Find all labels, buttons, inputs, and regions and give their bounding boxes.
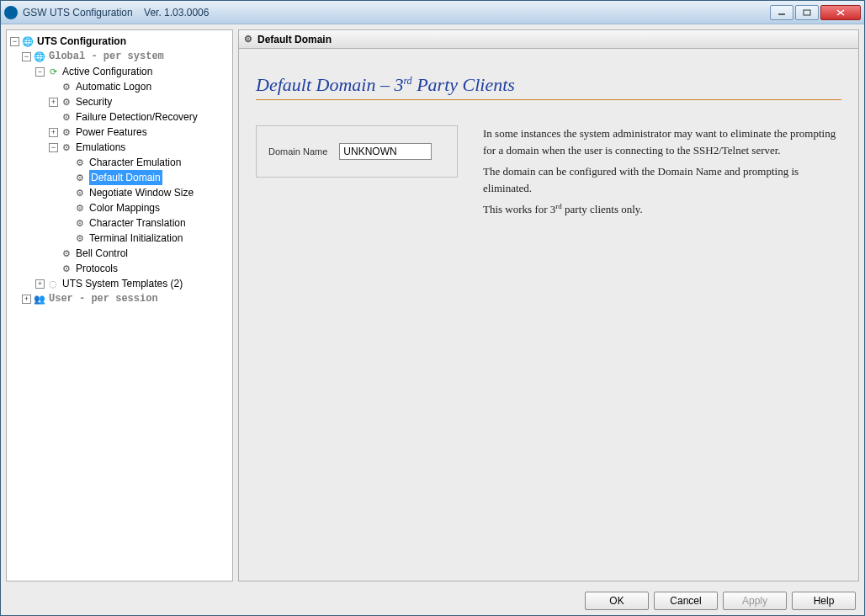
collapse-icon[interactable]: − [49,143,58,152]
tree-failure-detection[interactable]: ⚙ Failure Detection/Recovery [8,109,231,125]
expand-icon[interactable]: + [35,279,45,289]
gear-icon: ⚙ [244,34,252,45]
tree-character-emulation[interactable]: ⚙ Character Emulation [8,155,231,170]
svg-rect-1 [804,10,810,15]
domain-fieldgroup: Domain Name [256,125,458,178]
tree-power-features[interactable]: + ⚙ Power Features [8,125,231,140]
minimize-button[interactable] [770,5,793,20]
ok-button[interactable]: OK [585,592,649,610]
domain-name-input[interactable] [339,143,432,160]
globe-icon: 🌐 [34,50,45,62]
gear-icon: ⚙ [61,263,72,274]
gear-icon: ⚙ [74,187,86,199]
tree-color-mappings[interactable]: ⚙ Color Mappings [8,200,231,215]
tree-label: Failure Detection/Recovery [76,109,198,125]
panel-header-title: Default Domain [257,34,332,45]
tree-label: Emulations [76,140,125,155]
domain-name-label: Domain Name [268,146,327,157]
gear-icon: ⚙ [74,202,86,214]
tree-security[interactable]: + ⚙ Security [8,94,231,109]
templates-icon: ◌ [47,278,59,289]
refresh-icon: ⟳ [47,66,59,77]
tree-panel[interactable]: − 🌐 UTS Configuration − 🌐 Global - per s… [6,29,233,581]
tree-root[interactable]: − 🌐 UTS Configuration [8,34,231,49]
app-window: GSW UTS Configuration Ver. 1.03.0006 − 🌐 [0,0,865,616]
tree-label: Security [76,94,112,109]
content-area: − 🌐 UTS Configuration − 🌐 Global - per s… [1,24,864,587]
collapse-icon[interactable]: − [35,67,45,77]
tree-label: Automatic Logon [76,79,151,94]
tree-label: Terminal Initialization [89,231,183,246]
tree-label: Active Configuration [62,64,152,79]
tree-label: Protocols [76,261,118,276]
tree-automatic-logon[interactable]: ⚙ Automatic Logon [8,79,231,94]
tree-label: Power Features [76,125,147,140]
gear-icon: ⚙ [74,157,86,168]
desc-paragraph: The domain can be configured with the Do… [483,163,841,196]
tree-label: UTS System Templates (2) [62,276,183,291]
gear-icon: ⚙ [61,111,72,123]
collapse-icon[interactable]: − [22,52,31,61]
tree-label-selected: Default Domain [89,170,162,185]
main-panel: ⚙ Default Domain Default Domain – 3rd Pa… [238,29,859,581]
tree-label: Color Mappings [89,200,160,215]
tree-label: Character Translation [89,215,186,231]
gear-icon: ⚙ [61,96,72,108]
tree-label: UTS Configuration [37,34,126,49]
tree-bell-control[interactable]: ⚙ Bell Control [8,246,231,261]
users-icon: 👥 [34,293,45,305]
expand-icon[interactable]: + [49,98,58,107]
gear-icon: ⚙ [74,172,86,183]
tree-active-config[interactable]: − ⟳ Active Configuration [8,64,231,79]
gear-icon: ⚙ [61,247,72,259]
page-title: Default Domain – 3rd Party Clients [256,74,841,100]
app-title: GSW UTS Configuration Ver. 1.03.0006 [23,7,209,19]
expand-icon[interactable]: + [22,295,31,304]
config-tree[interactable]: − 🌐 UTS Configuration − 🌐 Global - per s… [8,34,231,306]
description-text: In some instances the system administrat… [483,125,841,223]
gear-icon: ⚙ [74,232,86,244]
tree-label: Global - per system [49,49,164,64]
tree-global[interactable]: − 🌐 Global - per system [8,49,231,64]
apply-button[interactable]: Apply [723,592,787,610]
cancel-button[interactable]: Cancel [654,592,718,610]
gear-icon: ⚙ [61,126,72,138]
globe-icon: 🌐 [22,35,34,47]
button-bar: OK Cancel Apply Help [1,587,864,615]
gear-icon: ⚙ [61,141,72,153]
gear-icon: ⚙ [74,217,86,229]
tree-label: Bell Control [76,246,128,261]
titlebar[interactable]: GSW UTS Configuration Ver. 1.03.0006 [1,1,864,24]
panel-body: Default Domain – 3rd Party Clients Domai… [239,49,858,581]
tree-label: User - per session [49,291,158,306]
tree-negotiate-window-size[interactable]: ⚙ Negotiate Window Size [8,185,231,200]
tree-emulations[interactable]: − ⚙ Emulations [8,140,231,155]
panel-header: ⚙ Default Domain [239,30,858,49]
desc-paragraph: This works for 3rd party clients only. [483,201,841,218]
maximize-button[interactable] [795,5,819,20]
app-icon [4,6,18,19]
expand-icon[interactable]: + [49,128,58,137]
tree-user[interactable]: + 👥 User - per session [8,291,231,306]
minimize-icon [777,9,786,16]
gear-icon: ⚙ [61,81,72,93]
close-button[interactable] [820,5,861,20]
tree-protocols[interactable]: ⚙ Protocols [8,261,231,276]
tree-uts-templates[interactable]: + ◌ UTS System Templates (2) [8,276,231,291]
close-icon [836,8,846,17]
tree-character-translation[interactable]: ⚙ Character Translation [8,215,231,231]
collapse-icon[interactable]: − [10,37,19,46]
maximize-icon [803,9,811,16]
tree-terminal-initialization[interactable]: ⚙ Terminal Initialization [8,231,231,246]
desc-paragraph: In some instances the system administrat… [483,125,841,158]
tree-label: Negotiate Window Size [89,185,194,200]
help-button[interactable]: Help [792,592,856,610]
tree-default-domain[interactable]: ⚙ Default Domain [8,170,231,185]
tree-label: Character Emulation [89,155,181,170]
